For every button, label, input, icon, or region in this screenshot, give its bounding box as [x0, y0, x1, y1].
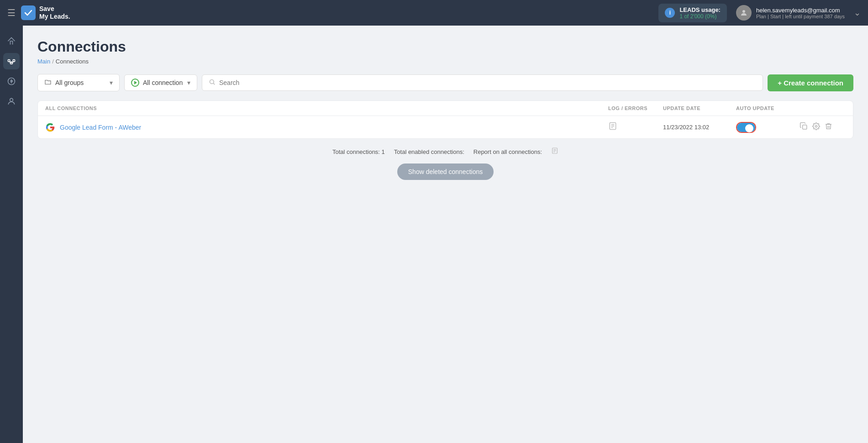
table-row: Google Lead Form - AWeber 11/23/2022 13:… — [38, 116, 853, 138]
leads-usage-widget: i LEADS usage: 1 of 2'000 (0%) — [658, 4, 727, 22]
search-input[interactable] — [219, 79, 756, 86]
row-actions — [800, 122, 846, 132]
connections-footer: Total connections: 1 Total enabled conne… — [37, 147, 853, 156]
settings-icon[interactable] — [812, 122, 820, 132]
connection-chevron-icon: ▾ — [187, 79, 190, 86]
breadcrumb-current: Connections — [56, 58, 89, 65]
col-name: ALL CONNECTIONS — [45, 105, 608, 111]
logo: Save My Leads. — [21, 5, 70, 21]
leads-usage-count: 1 of 2'000 (0%) — [679, 13, 721, 20]
report-label: Report on all connections: — [473, 148, 542, 155]
logo-text: Save My Leads. — [39, 5, 70, 21]
connection-filter-label: All connection — [143, 79, 183, 86]
groups-filter-label: All groups — [55, 79, 84, 86]
create-connection-button[interactable]: + Create connection — [768, 74, 853, 91]
play-icon — [131, 79, 139, 87]
folder-icon — [44, 78, 52, 87]
table-header: ALL CONNECTIONS LOG / ERRORS UPDATE DATE… — [38, 101, 853, 116]
report-icon[interactable] — [551, 147, 558, 156]
filters-bar: All groups ▾ All connection ▾ + Create c… — [37, 74, 853, 91]
breadcrumb: Main / Connections — [37, 58, 853, 65]
groups-chevron-icon: ▾ — [110, 79, 113, 86]
update-date: 11/23/2022 13:02 — [663, 124, 736, 131]
auto-update-toggle[interactable] — [736, 122, 756, 133]
connection-name-text: Google Lead Form - AWeber — [60, 124, 141, 131]
col-actions — [800, 105, 846, 111]
col-auto-update: AUTO UPDATE — [736, 105, 800, 111]
show-deleted-button[interactable]: Show deleted connections — [397, 163, 494, 180]
breadcrumb-separator: / — [52, 58, 54, 65]
duplicate-icon[interactable] — [800, 122, 808, 132]
log-icon — [608, 123, 617, 132]
breadcrumb-main[interactable]: Main — [37, 58, 50, 65]
google-g-icon — [45, 122, 55, 132]
svg-point-0 — [742, 10, 745, 13]
col-date: UPDATE DATE — [663, 105, 736, 111]
topnav: ☰ Save My Leads. i LEADS usage: 1 of 2'0… — [0, 0, 868, 26]
sidebar-item-billing[interactable] — [3, 73, 20, 90]
log-cell[interactable] — [608, 121, 663, 133]
info-icon: i — [665, 8, 675, 18]
sidebar — [0, 26, 23, 443]
svg-point-15 — [815, 125, 817, 127]
page-title: Connections — [37, 38, 853, 55]
user-menu[interactable]: helen.savemyleads@gmail.com Plan | Start… — [736, 5, 861, 21]
sidebar-item-account[interactable] — [3, 93, 20, 110]
connection-filter[interactable]: All connection ▾ — [124, 74, 197, 91]
sidebar-item-home[interactable] — [3, 33, 20, 49]
user-email: helen.savemyleads@gmail.com — [756, 7, 845, 14]
total-connections: Total connections: 1 — [332, 148, 385, 155]
delete-icon[interactable] — [825, 122, 832, 132]
user-menu-chevron[interactable]: ⌄ — [854, 8, 861, 18]
groups-filter[interactable]: All groups ▾ — [37, 74, 120, 91]
svg-point-8 — [210, 80, 214, 84]
svg-line-9 — [213, 83, 215, 84]
search-wrap — [202, 74, 763, 91]
svg-rect-1 — [8, 60, 10, 62]
svg-point-7 — [10, 98, 13, 101]
search-icon — [209, 79, 216, 87]
main-content: Connections Main / Connections All group… — [23, 26, 868, 443]
connections-table: ALL CONNECTIONS LOG / ERRORS UPDATE DATE… — [37, 100, 853, 139]
hamburger-button[interactable]: ☰ — [7, 7, 16, 18]
logo-icon — [21, 5, 36, 20]
user-plan: Plan | Start | left until payment 387 da… — [756, 14, 845, 19]
svg-rect-2 — [13, 60, 15, 62]
connection-name[interactable]: Google Lead Form - AWeber — [45, 122, 608, 132]
col-log: LOG / ERRORS — [608, 105, 663, 111]
avatar — [736, 5, 752, 21]
svg-rect-14 — [803, 125, 807, 129]
leads-usage-label: LEADS usage: — [679, 6, 721, 13]
auto-update-cell — [736, 122, 800, 133]
sidebar-item-connections[interactable] — [3, 53, 20, 69]
total-enabled: Total enabled connections: — [394, 148, 464, 155]
